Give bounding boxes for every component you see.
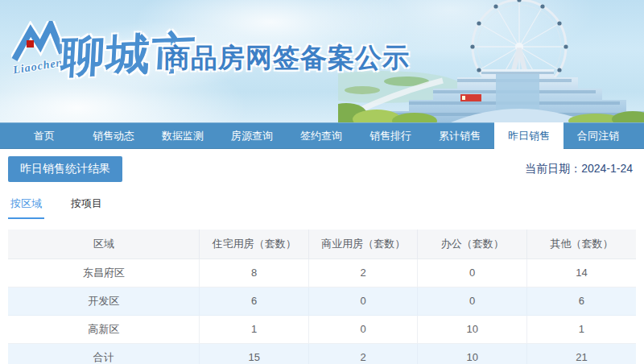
table-row: 东昌府区 8 2 0 14 [8,259,636,287]
cell-residential: 6 [200,287,309,315]
main-content: 昨日销售统计结果 当前日期：2024-1-24 按区域 按项目 区域 住宅用房（… [0,156,644,364]
table-row: 高新区 1 0 10 1 [8,315,636,343]
table-row-total: 合计 15 2 10 21 [8,343,636,364]
site-header: Liaocheng 聊城市 商品房网签备案公示 [0,0,644,122]
cell-region: 高新区 [8,315,200,343]
column-header-residential: 住宅用房（套数） [200,230,309,259]
cell-office: 0 [418,287,527,315]
column-header-commercial: 商业用房（套数） [308,230,418,259]
column-header-region: 区域 [8,230,200,259]
column-header-office: 办公（套数） [418,230,527,259]
cell-other: 6 [526,287,636,315]
cell-commercial: 0 [308,315,418,343]
nav-item-yesterday-sales[interactable]: 昨日销售 [494,122,564,149]
current-date-label: 当前日期： [525,162,581,175]
cell-residential: 15 [200,343,309,364]
nav-item-listing-search[interactable]: 房源查询 [217,122,287,149]
site-title: 商品房网签备案公示 [163,40,410,77]
cell-other: 21 [526,343,636,364]
cell-other: 1 [526,315,636,343]
cell-office: 0 [418,259,527,287]
cell-residential: 1 [200,315,309,343]
cell-office: 10 [418,343,527,364]
cell-office: 10 [418,315,527,343]
table-row: 开发区 6 0 0 6 [8,287,636,315]
table-header-row: 区域 住宅用房（套数） 商业用房（套数） 办公（套数） 其他（套数） [8,230,636,259]
nav-item-sales-dynamics[interactable]: 销售动态 [79,122,148,149]
tab-by-region[interactable]: 按区域 [8,195,44,219]
current-date-value: 2024-1-24 [581,162,633,175]
sales-statistics-table: 区域 住宅用房（套数） 商业用房（套数） 办公（套数） 其他（套数） 东昌府区 … [8,230,636,364]
cell-commercial: 0 [308,287,418,315]
current-date: 当前日期：2024-1-24 [525,162,636,176]
column-header-other: 其他（套数） [526,230,636,259]
nav-item-home[interactable]: 首页 [10,122,79,149]
tab-by-project[interactable]: 按项目 [68,195,105,219]
cell-commercial: 2 [308,343,418,364]
view-tabs: 按区域 按项目 [8,195,636,219]
nav-item-contract-cancel[interactable]: 合同注销 [564,122,633,149]
cell-region: 合计 [8,343,200,364]
nav-item-contract-search[interactable]: 签约查询 [287,122,356,149]
cell-region: 开发区 [8,287,200,315]
page-title: 昨日销售统计结果 [8,156,122,182]
cell-region: 东昌府区 [8,259,200,287]
nav-item-total-sales[interactable]: 累计销售 [425,122,494,149]
nav-item-sales-ranking[interactable]: 销售排行 [356,122,425,149]
main-nav: 首页 销售动态 数据监测 房源查询 签约查询 销售排行 累计销售 昨日销售 合同… [0,122,644,149]
cell-residential: 8 [200,259,309,287]
cell-other: 14 [526,259,636,287]
cell-commercial: 2 [308,259,418,287]
nav-item-data-monitor[interactable]: 数据监测 [148,122,217,149]
